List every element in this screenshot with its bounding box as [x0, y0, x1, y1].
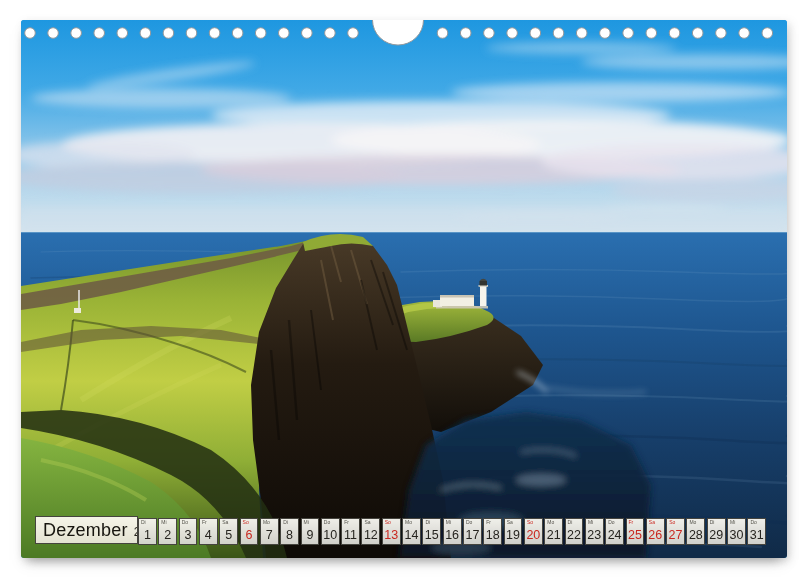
day-cell: Fr4 [199, 518, 218, 545]
binding-hole-icon [117, 28, 128, 39]
binding-hole-icon [325, 28, 336, 39]
weekday-label: Do [324, 520, 330, 525]
day-cell: Fr18 [483, 518, 502, 545]
binding-hole-icon [576, 28, 587, 39]
day-cell: Di15 [422, 518, 441, 545]
weekday-label: Di [141, 520, 146, 525]
weekday-label: Fr [629, 520, 634, 525]
landscape-scene [21, 20, 787, 558]
day-number: 22 [567, 529, 581, 541]
weekday-label: Di [568, 520, 573, 525]
weekday-label: Mi [588, 520, 593, 525]
binding-hole-icon [209, 28, 220, 39]
weekday-label: Do [608, 520, 614, 525]
binding-hole-icon [163, 28, 174, 39]
binding-hole-icon [623, 28, 634, 39]
day-number: 30 [730, 529, 744, 541]
day-number: 31 [750, 529, 764, 541]
day-number: 21 [547, 529, 561, 541]
day-number: 17 [465, 529, 479, 541]
binding-hole-icon [278, 28, 289, 39]
lantern-room [480, 281, 488, 286]
weekday-label: Fr [344, 520, 349, 525]
binding-hole-icon [302, 28, 313, 39]
day-cell: Mi23 [585, 518, 604, 545]
binding-hole-icon [762, 28, 773, 39]
weekday-label: Di [425, 520, 430, 525]
day-number: 2 [164, 529, 171, 541]
day-number: 25 [628, 529, 642, 541]
day-cell: Sa19 [504, 518, 523, 545]
weekday-label: Mo [689, 520, 696, 525]
weekday-label: Mi [730, 520, 735, 525]
day-number: 18 [486, 529, 500, 541]
weekday-label: Fr [202, 520, 207, 525]
weekday-label: So [243, 520, 249, 525]
binding-hole-icon [94, 28, 105, 39]
binding-hole-icon [716, 28, 727, 39]
binding-hole-icon [186, 28, 197, 39]
weekday-label: Sa [649, 520, 655, 525]
day-number: 14 [405, 529, 419, 541]
binding-hole-icon [25, 28, 36, 39]
day-cell: Do10 [321, 518, 340, 545]
day-number: 23 [587, 529, 601, 541]
binding-hole-icon [232, 28, 243, 39]
lighthouse-wall [436, 306, 488, 309]
day-number: 5 [225, 529, 232, 541]
day-cell: Mi2 [158, 518, 177, 545]
binding-hole-icon [48, 28, 59, 39]
calendar-photo-page: Dezember 2026 Di1Mi2Do3Fr4Sa5So6Mo7Di8Mi… [21, 20, 787, 558]
binding-hole-icon [255, 28, 266, 39]
building-roof [440, 295, 474, 298]
binding-hole-icon [669, 28, 680, 39]
weekday-label: Do [182, 520, 188, 525]
day-cell: So20 [524, 518, 543, 545]
weekday-label: Mi [304, 520, 309, 525]
weekday-label: So [385, 520, 391, 525]
binding-hole-icon [553, 28, 564, 39]
binding-hole-icon [692, 28, 703, 39]
day-cell: So13 [382, 518, 401, 545]
day-number: 15 [425, 529, 439, 541]
day-cells: Di1Mi2Do3Fr4Sa5So6Mo7Di8Mi9Do10Fr11Sa12S… [138, 516, 766, 545]
weekday-label: Sa [364, 520, 370, 525]
binding-hole-icon [530, 28, 541, 39]
calendar-strip: Dezember 2026 Di1Mi2Do3Fr4Sa5So6Mo7Di8Mi… [35, 516, 766, 546]
day-number: 24 [608, 529, 622, 541]
calendar-product-shot: { "strip": { "month": "Dezember", "year"… [0, 0, 800, 577]
day-number: 13 [384, 529, 398, 541]
day-number: 9 [306, 529, 313, 541]
weekday-label: Mi [446, 520, 451, 525]
day-cell: Do31 [747, 518, 766, 545]
day-number: 16 [445, 529, 459, 541]
weekday-label: Di [710, 520, 715, 525]
day-cell: Fr11 [341, 518, 360, 545]
day-number: 26 [648, 529, 662, 541]
day-cell: Mi9 [301, 518, 320, 545]
day-cell: Do17 [463, 518, 482, 545]
weekday-label: So [527, 520, 533, 525]
day-number: 20 [526, 529, 540, 541]
day-cell: Mo28 [686, 518, 705, 545]
lighthouse-tower [480, 286, 487, 306]
day-cell: Mi30 [727, 518, 746, 545]
weekday-label: Mi [161, 520, 166, 525]
binding-hole-icon [140, 28, 151, 39]
month-box: Dezember 2026 [35, 516, 138, 544]
day-cell: Di22 [565, 518, 584, 545]
weekday-label: Mo [547, 520, 554, 525]
day-number: 11 [344, 529, 357, 541]
weekday-label: Do [466, 520, 472, 525]
binding-hole-icon [460, 28, 471, 39]
weekday-label: Sa [507, 520, 513, 525]
binding-hole-icon [600, 28, 611, 39]
day-cell: Do3 [179, 518, 198, 545]
binding-hole-icon [484, 28, 495, 39]
day-cell: Sa26 [646, 518, 665, 545]
weekday-label: Di [283, 520, 288, 525]
weekday-label: Fr [486, 520, 491, 525]
day-number: 1 [144, 529, 151, 541]
day-cell: Di29 [707, 518, 726, 545]
day-cell: Sa12 [361, 518, 380, 545]
